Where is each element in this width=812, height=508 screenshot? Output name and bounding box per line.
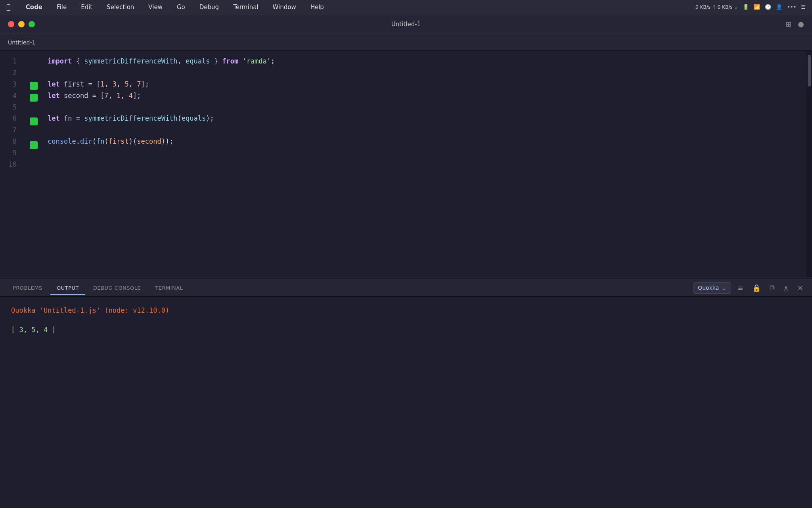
titlebar-right-controls: ⊞ ● [785, 20, 804, 28]
split-editor-icon[interactable]: ⊞ [785, 20, 791, 28]
menu-extras-icon: ••• [787, 4, 796, 10]
network-status: 0 KB/s ↑ 0 KB/s ↓ [695, 4, 738, 10]
line-num-8: 8 [0, 136, 23, 147]
battery-icon: 🔋 [743, 4, 749, 10]
user-icon: 👤 [776, 4, 782, 10]
line-num-9: 9 [0, 147, 23, 159]
line-num-4: 4 [0, 90, 23, 102]
line-numbers: 1 2 3 4 5 6 7 8 9 10 [0, 56, 28, 272]
menu-file[interactable]: File [54, 3, 69, 12]
menu-bar:  Code File Edit Selection View Go Debug… [0, 0, 812, 14]
line-num-10: 10 [0, 159, 23, 170]
bp-10[interactable] [30, 165, 38, 173]
bottom-panel: PROBLEMS OUTPUT DEBUG CONSOLE TERMINAL Q… [0, 279, 812, 508]
panel-tab-bar: PROBLEMS OUTPUT DEBUG CONSOLE TERMINAL Q… [0, 279, 812, 297]
menu-help[interactable]: Help [308, 3, 326, 12]
output-content: Quokka 'Untitled-1.js' (node: v12.10.0) … [0, 297, 812, 508]
source-select[interactable]: Quokka ⌄ [693, 282, 731, 294]
menu-code[interactable]: Code [23, 3, 45, 12]
line-num-7: 7 [0, 124, 23, 136]
bp-1[interactable] [30, 58, 38, 66]
menubar-right: 0 KB/s ↑ 0 KB/s ↓ 🔋 📶 🕐 👤 ••• ☰ [695, 4, 806, 10]
chevron-down-icon: ⌄ [721, 284, 726, 292]
tab-output[interactable]: OUTPUT [50, 282, 85, 295]
tab-terminal[interactable]: TERMINAL [149, 282, 189, 295]
line-num-3: 3 [0, 79, 23, 90]
editor-scrollbar[interactable] [806, 51, 812, 277]
line-num-6: 6 [0, 113, 23, 124]
bp-7[interactable] [30, 129, 38, 137]
wifi-icon: 📶 [754, 4, 760, 10]
menu-go[interactable]: Go [174, 3, 188, 12]
tab-debug-console[interactable]: DEBUG CONSOLE [87, 282, 147, 295]
code-content[interactable]: import { symmetricDifferenceWith, equals… [40, 56, 812, 272]
code-editor: 1 2 3 4 5 6 7 8 9 10 import { symmetricD… [0, 51, 812, 277]
minimize-button[interactable] [18, 21, 25, 27]
bp-5[interactable] [30, 106, 38, 114]
clock-icon: 🕐 [765, 4, 771, 10]
maximize-button[interactable] [29, 21, 35, 27]
traffic-lights [8, 21, 35, 27]
menu-view[interactable]: View [146, 3, 165, 12]
editor-tab-bar: Untitled-1 [0, 34, 812, 51]
file-tab[interactable]: Untitled-1 [8, 39, 35, 46]
breakpoints-gutter [28, 56, 40, 272]
tab-problems[interactable]: PROBLEMS [6, 282, 49, 295]
menu-terminal[interactable]: Terminal [231, 3, 260, 12]
menu-window[interactable]: Window [270, 3, 299, 12]
collapse-up-icon[interactable]: ∧ [781, 282, 791, 294]
source-label: Quokka [698, 285, 719, 291]
list-icon: ☰ [801, 4, 806, 10]
menu-debug[interactable]: Debug [197, 3, 221, 12]
lock-icon[interactable]: 🔒 [750, 282, 763, 294]
menu-edit[interactable]: Edit [79, 3, 95, 12]
output-header-line: Quokka 'Untitled-1.js' (node: v12.10.0) [11, 305, 801, 316]
output-result-line: [ 3, 5, 4 ] [11, 324, 801, 336]
line-num-5: 5 [0, 102, 23, 113]
bp-9[interactable] [30, 153, 38, 161]
menu-selection[interactable]: Selection [104, 3, 136, 12]
apple-logo-icon[interactable]:  [6, 3, 11, 11]
bp-6[interactable] [30, 117, 38, 125]
window-title: Untitled-1 [391, 21, 421, 28]
unsaved-indicator: ● [798, 20, 804, 28]
scrollbar-thumb[interactable] [808, 55, 811, 87]
panel-controls: Quokka ⌄ ≡ 🔒 ⧉ ∧ ✕ [693, 282, 806, 294]
copy-icon[interactable]: ⧉ [767, 282, 777, 294]
line-num-1: 1 [0, 56, 23, 67]
bp-2[interactable] [30, 70, 38, 78]
close-button[interactable] [8, 21, 14, 27]
bp-8[interactable] [30, 141, 38, 149]
close-panel-icon[interactable]: ✕ [795, 282, 806, 294]
clear-output-icon[interactable]: ≡ [735, 282, 746, 294]
line-num-2: 2 [0, 67, 23, 79]
title-bar: Untitled-1 ⊞ ● [0, 14, 812, 34]
bp-3[interactable] [30, 82, 38, 90]
bp-4[interactable] [30, 94, 38, 102]
